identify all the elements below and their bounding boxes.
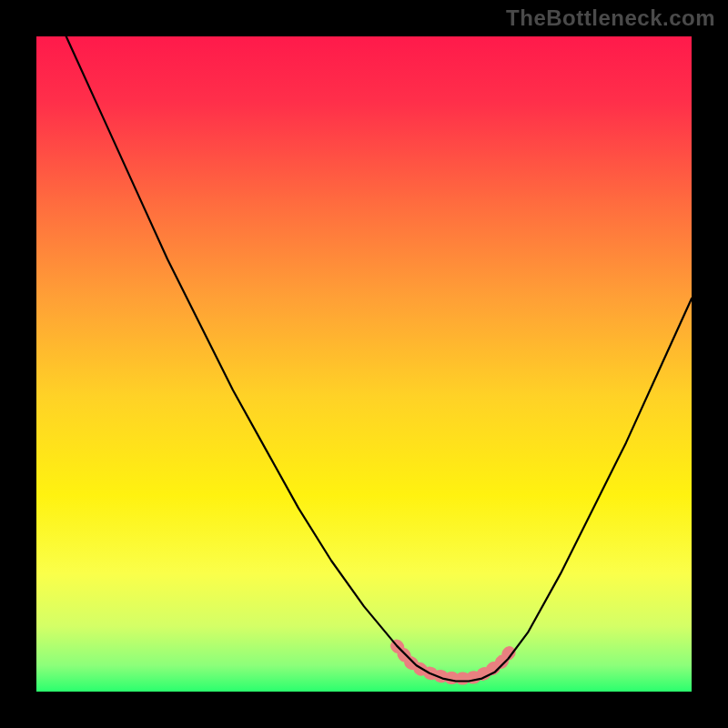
chart-frame: TheBottleneck.com [0, 0, 728, 728]
gradient-background [36, 36, 692, 692]
plot-area [36, 36, 692, 692]
watermark-text: TheBottleneck.com [506, 5, 715, 31]
chart-svg [36, 36, 692, 692]
